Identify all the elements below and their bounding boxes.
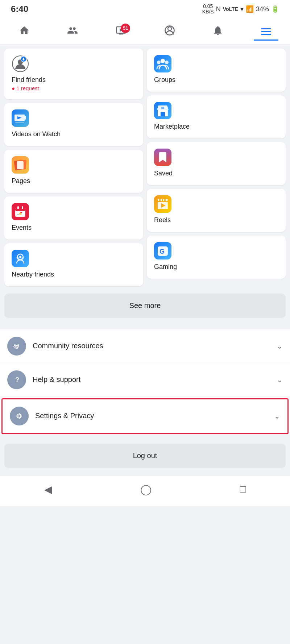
help-support-chevron: ⌄ (277, 375, 283, 384)
svg-point-27 (161, 59, 165, 63)
saved-label: Saved (154, 170, 278, 177)
svg-point-28 (157, 61, 161, 64)
status-time: 6:40 (11, 4, 28, 14)
find-friends-request: ● 1 request (12, 85, 136, 91)
battery-percent: 34% (256, 5, 269, 13)
profile-icon (164, 25, 175, 38)
groups-icon (154, 55, 171, 72)
nav-watch[interactable]: 51 (108, 22, 134, 44)
svg-rect-21 (17, 214, 19, 215)
nav-profile[interactable] (157, 22, 182, 44)
gaming-label: Gaming (154, 263, 278, 271)
help-support-icon: ? (7, 370, 26, 389)
watch-badge: 51 (121, 24, 130, 33)
menu-item-pages[interactable]: Pages (4, 150, 143, 193)
settings-privacy-label: Settings & Privacy (35, 412, 274, 420)
svg-rect-8 (25, 116, 26, 120)
menu-grid: Find friends ● 1 request (4, 49, 286, 286)
community-resources-label: Community resources (33, 342, 277, 350)
community-resources-chevron: ⌄ (277, 342, 283, 350)
svg-rect-14 (17, 161, 24, 169)
svg-rect-54 (19, 417, 20, 419)
nav-menu[interactable] (254, 25, 278, 41)
volte-icon: VoLTE (223, 6, 238, 12)
nav-notifications[interactable] (205, 22, 231, 44)
see-more-button[interactable]: See more (4, 294, 286, 318)
separator-3 (0, 472, 290, 476)
home-button[interactable]: ◯ (140, 483, 152, 495)
pages-icon (12, 156, 29, 174)
separator-2 (0, 436, 290, 439)
menu-item-find-friends[interactable]: Find friends ● 1 request (4, 49, 143, 99)
svg-text:G: G (160, 248, 165, 255)
svg-rect-39 (164, 199, 166, 201)
videos-watch-icon (12, 109, 29, 127)
videos-watch-label: Videos on Watch (12, 130, 136, 138)
status-right: 0.05KB/S N VoLTE ▾ 📶 34% 🔋 (202, 4, 279, 15)
n-icon: N (216, 5, 221, 13)
gaming-icon: G (154, 242, 171, 259)
svg-point-0 (168, 27, 171, 30)
find-friends-label: Find friends (12, 76, 136, 84)
section-list: Community resources ⌄ ? Help & support ⌄ (0, 329, 290, 434)
wifi-icon: ▾ (240, 5, 244, 13)
saved-icon (154, 149, 171, 166)
svg-rect-26 (154, 55, 171, 72)
svg-rect-55 (16, 415, 18, 416)
nearby-friends-icon (12, 250, 29, 267)
nav-home[interactable] (12, 22, 37, 44)
menu-item-marketplace[interactable]: Marketplace (147, 95, 286, 138)
section-item-settings-privacy[interactable]: Settings & Privacy ⌄ (3, 399, 287, 433)
svg-rect-38 (162, 199, 163, 201)
bottom-nav: ◀ ◯ □ (0, 476, 290, 506)
nav-bar: 51 (0, 18, 290, 44)
svg-rect-23 (12, 250, 29, 267)
menu-content: Find friends ● 1 request (0, 44, 290, 326)
menu-item-groups[interactable]: Groups (147, 49, 286, 92)
svg-point-46 (14, 344, 16, 346)
pages-label: Pages (12, 177, 136, 185)
svg-rect-56 (21, 415, 22, 416)
logout-button[interactable]: Log out (4, 444, 286, 468)
community-resources-icon (7, 337, 26, 356)
svg-rect-37 (159, 199, 161, 201)
bell-icon (212, 25, 223, 38)
section-item-community-resources[interactable]: Community resources ⌄ (0, 329, 290, 363)
menu-item-gaming[interactable]: G Gaming (147, 236, 286, 279)
back-button[interactable]: ◀ (44, 483, 52, 495)
menu-item-videos-watch[interactable]: Videos on Watch (4, 103, 143, 146)
svg-point-29 (165, 61, 169, 64)
separator-1 (0, 326, 290, 329)
menu-hamburger-icon (261, 28, 271, 35)
events-icon (12, 203, 29, 220)
signal-icon: 📶 (246, 5, 254, 13)
menu-item-events[interactable]: Events (4, 196, 143, 240)
settings-privacy-chevron: ⌄ (274, 412, 280, 420)
reels-icon (154, 195, 171, 213)
recents-button[interactable]: □ (240, 483, 246, 495)
svg-rect-33 (161, 107, 164, 109)
menu-item-saved[interactable]: Saved (147, 142, 286, 185)
svg-text:?: ? (15, 376, 19, 383)
menu-item-reels[interactable]: Reels (147, 189, 286, 232)
home-icon (19, 25, 30, 38)
battery-icon: 🔋 (271, 5, 279, 13)
nearby-friends-label: Nearby friends (12, 271, 136, 278)
marketplace-label: Marketplace (154, 123, 278, 130)
status-bar: 6:40 0.05KB/S N VoLTE ▾ 📶 34% 🔋 (0, 0, 290, 18)
friends-icon (67, 25, 78, 38)
nav-friends[interactable] (60, 22, 85, 44)
svg-point-25 (19, 256, 21, 258)
svg-rect-19 (22, 206, 23, 209)
help-support-label: Help & support (33, 375, 277, 384)
reels-label: Reels (154, 216, 278, 224)
svg-point-47 (18, 344, 19, 346)
kbs-indicator: 0.05KB/S (202, 4, 214, 15)
section-item-help-support[interactable]: ? Help & support ⌄ (0, 363, 290, 397)
menu-item-nearby-friends[interactable]: Nearby friends (4, 243, 143, 286)
svg-rect-17 (15, 208, 25, 211)
svg-point-52 (18, 415, 20, 417)
events-label: Events (12, 224, 136, 232)
svg-rect-18 (17, 206, 19, 209)
settings-privacy-icon (10, 407, 29, 425)
